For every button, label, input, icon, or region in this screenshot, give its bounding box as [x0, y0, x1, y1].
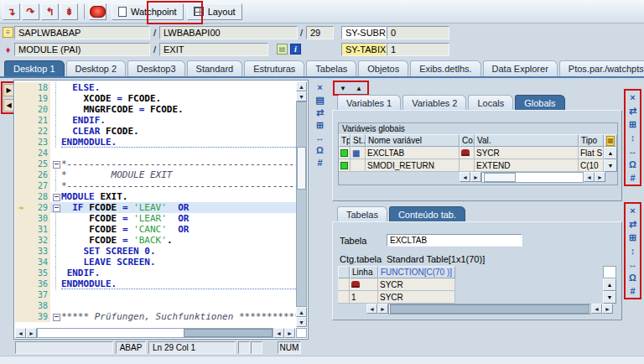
step-return-button[interactable]: ↰	[41, 3, 59, 20]
close-tool-button[interactable]: ×	[313, 81, 327, 93]
fullscreen-button[interactable]: ⊞	[626, 231, 639, 243]
tab-tabelas[interactable]: Tabelas	[337, 206, 387, 222]
scrollbar-thumb[interactable]	[484, 173, 516, 182]
row-scroll-down-button[interactable]: ▼	[604, 159, 617, 172]
code-text[interactable]: XCODE = FCODE.	[61, 93, 296, 104]
breakpoint-margin[interactable]	[15, 224, 27, 235]
code-text[interactable]: FCODE = 'LEAR' OR	[61, 213, 296, 224]
editor-horizontal-scrollbar[interactable]: ◄ ► ◄ ►	[15, 328, 295, 338]
scroll-down-icon[interactable]: ▼	[296, 317, 307, 327]
watch-variable-1-input[interactable]: SY-SUBRC	[341, 26, 387, 39]
stop-button[interactable]	[89, 3, 106, 20]
code-text[interactable]: FCODE = 'BACK'.	[61, 235, 296, 246]
tool-services-button[interactable]: Ω	[626, 159, 639, 170]
function-value-cell[interactable]: SYCR	[378, 278, 455, 291]
breakpoint-margin[interactable]	[15, 268, 27, 278]
code-text[interactable]: FCODE = 'CANC' OR	[61, 224, 296, 235]
breakpoint-margin[interactable]	[15, 300, 27, 311]
tabela-input[interactable]: EXCLTAB	[387, 234, 522, 247]
tab-data-explorer[interactable]: Data Explorer	[483, 60, 558, 76]
code-text[interactable]: *---------------------------------------…	[61, 159, 296, 169]
swap-tool-button[interactable]: ⇄	[313, 107, 327, 118]
row-scroll-up-button[interactable]: ▲	[604, 147, 617, 159]
code-text[interactable]: ***** Prüfungen, Suchfunktionen ********…	[61, 311, 296, 322]
new-tool-button[interactable]: ▤	[313, 94, 327, 106]
scroll-left-icon[interactable]: ◄	[15, 328, 26, 338]
scrollbar-track[interactable]	[481, 172, 584, 183]
value-cell[interactable]: SYCR	[475, 147, 579, 159]
fold-marker-icon[interactable]	[53, 194, 60, 201]
code-text[interactable]: MNGRFCODE = FCODE.	[61, 104, 296, 115]
breakpoint-margin[interactable]	[15, 115, 27, 126]
tab-desktop-1[interactable]: Desktop 1	[4, 60, 65, 76]
tab-desktop-2[interactable]: Desktop 2	[66, 60, 127, 76]
fold-marker-icon[interactable]	[53, 205, 60, 212]
table-row[interactable]: SYCR	[338, 278, 455, 291]
column-header-blank[interactable]	[338, 266, 350, 278]
breakpoint-margin[interactable]	[15, 82, 27, 93]
scroll-down-icon[interactable]: ▼	[296, 91, 307, 101]
tab-objetos[interactable]: Objetos	[358, 60, 408, 76]
tool-services-button[interactable]: Ω	[626, 272, 639, 283]
fold-marker-icon[interactable]	[53, 314, 60, 321]
scroll-right-icon[interactable]: ►	[602, 304, 613, 314]
fullscreen-button[interactable]: ⊞	[626, 118, 639, 130]
breakpoint-margin[interactable]	[15, 257, 27, 268]
resize-vertical-button[interactable]: ↕	[626, 245, 639, 257]
scrollbar-track[interactable]	[388, 304, 591, 315]
code-text[interactable]: * MODULE EXIT	[61, 169, 296, 180]
table-row[interactable]: ▦EXCLTABSYCRFlat S	[339, 147, 604, 159]
column-header-function-c-70[interactable]: FUNCTION[C(70 )]	[378, 266, 455, 278]
variable-name-cell[interactable]: EXCLTAB	[366, 147, 460, 159]
row-select-cell[interactable]	[338, 291, 350, 304]
close-tool-button[interactable]: ×	[626, 205, 639, 216]
code-text[interactable]: MODULE EXIT.	[61, 191, 296, 202]
scrollbar-thumb[interactable]	[297, 147, 306, 190]
code-text[interactable]: ENDMODULE.	[61, 137, 296, 148]
tool-settings-button[interactable]: #	[313, 157, 327, 169]
fold-marker-icon[interactable]	[53, 161, 60, 169]
breakpoint-margin[interactable]	[15, 311, 27, 322]
tab-tabelas[interactable]: Tabelas	[306, 60, 356, 76]
editor-vertical-scrollbar[interactable]: ▲ ▼ ▲ ▼	[296, 81, 307, 327]
swap-tool-button[interactable]: ⇄	[626, 218, 639, 230]
globals-horizontal-scrollbar[interactable]: ◄ ► ◄ ►	[460, 172, 605, 183]
column-header-linha[interactable]: Linha	[350, 266, 378, 278]
code-text[interactable]: LEAVE SCREEN.	[61, 257, 296, 268]
scroll-up-icon[interactable]: ▲	[296, 307, 307, 317]
tab-desktop3[interactable]: Desktop3	[127, 60, 184, 76]
variable-name-cell[interactable]: SMODI_RETURN	[366, 159, 460, 172]
breakpoint-margin[interactable]	[15, 93, 27, 104]
content-horizontal-scrollbar[interactable]: ◄ ► ◄ ►	[366, 304, 613, 315]
breakpoint-margin[interactable]	[15, 235, 27, 246]
code-text[interactable]: ENDMODULE.	[61, 278, 296, 289]
info-icon[interactable]: i	[290, 44, 301, 55]
row-select-cell[interactable]	[338, 278, 350, 291]
column-header-st[interactable]: St..	[351, 134, 366, 147]
notebook-icon[interactable]: ▤	[277, 44, 288, 55]
scroll-left-icon[interactable]: ◄	[460, 172, 470, 182]
code-text[interactable]	[61, 289, 296, 300]
tab-conte-do-tab[interactable]: Conteúdo tab.	[389, 206, 465, 222]
value-cell[interactable]: EXTEND	[475, 159, 579, 172]
breakpoint-margin[interactable]	[15, 278, 27, 289]
breakpoint-margin[interactable]	[15, 159, 27, 169]
tab-standard[interactable]: Standard	[187, 60, 243, 76]
scrollbar-track[interactable]	[37, 328, 273, 338]
step-into-button[interactable]: ↴	[3, 3, 20, 20]
watchpoint-button[interactable]: Watchpoint	[112, 3, 184, 20]
function-value-cell[interactable]: SYCR	[378, 291, 455, 304]
code-text[interactable]: SET SCREEN 0.	[61, 246, 296, 257]
code-text[interactable]: ELSE.	[61, 82, 296, 93]
tab-locals[interactable]: Locals	[468, 95, 513, 111]
column-header-co[interactable]: Co..	[460, 134, 475, 147]
table-row[interactable]: 1SYCR	[338, 291, 455, 304]
tab-variables-1[interactable]: Variables 1	[337, 95, 401, 111]
resize-horizontal-button[interactable]: ↔	[626, 145, 639, 157]
layout-button[interactable]: Layout	[187, 3, 242, 20]
tab-ptos-par-watchpts[interactable]: Ptos.par./watchpts	[559, 60, 644, 76]
step-over-button[interactable]: ↷	[22, 3, 39, 20]
code-text[interactable]	[61, 148, 296, 159]
move-up-button[interactable]: ▲	[352, 83, 366, 93]
column-header-nome-vari-vel[interactable]: Nome variável	[366, 134, 460, 147]
